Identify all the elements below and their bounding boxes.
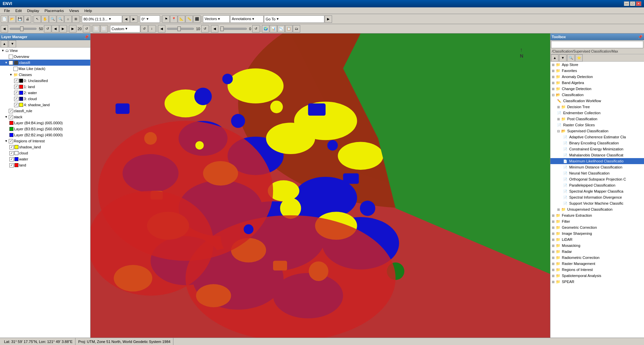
t2-btn3[interactable]: ◀ [52,25,59,32]
toolbox-lidar[interactable]: ⊞ 📁 LiDAR [550,236,644,243]
annotations-dropdown[interactable]: Annotations ▾ [230,15,264,23]
zoom-in-button[interactable]: 🔍 [49,15,56,23]
toolbox-radar[interactable]: ⊞ 📁 Radar [550,249,644,255]
check-class1[interactable]: ✓ [14,85,18,89]
menu-edit[interactable]: Edit [13,8,24,13]
toolbox-decision-tree[interactable]: ⊞ 📁 Decision Tree [550,104,644,110]
toolbox-spear[interactable]: ⊞ 📁 SPEAR [550,279,644,285]
check-roi-shadow[interactable]: ✓ [9,145,14,149]
toolbox-raster-management[interactable]: ⊞ 📁 Raster Management [550,261,644,267]
toolbox-app-store[interactable]: ⊞ 📁 App Store [550,62,644,68]
expand-classifi[interactable]: ▼ [5,61,8,64]
tree-roi-shadow[interactable]: ✓ shadow_land [0,144,90,150]
t2-btn13[interactable]: ◀ [211,25,218,32]
check-class2[interactable]: ✓ [14,91,18,95]
toolbox-supervised[interactable]: ⊟ 📂 Supervised Classification [550,128,644,134]
toolbox-mosaicking[interactable]: ⊞ 📁 Mosaicking [550,243,644,249]
zoom-next-button[interactable]: ▶ [130,15,138,23]
goto-dropdown[interactable]: Go To ▾ [264,15,324,23]
toolbox-nav-down[interactable]: ▼ [559,54,567,62]
toolbox-band-algebra[interactable]: ⊞ 📁 Band Algebra [550,80,644,86]
tree-class1[interactable]: ✓ 1: land [0,84,90,90]
toolbox-radiometric[interactable]: ⊞ 📁 Radiometric Correction [550,255,644,261]
check-class0[interactable]: ✓ [14,79,18,83]
tree-roi-cloud[interactable]: ✓ cloud [0,150,90,156]
check-class4[interactable]: ✓ [14,103,18,107]
zoom-out-button[interactable]: 🔍 [57,15,64,23]
tree-class3[interactable]: ✓ 3: cloud [0,96,90,102]
zoom-prev-button[interactable]: ◀ [122,15,130,23]
toolbox-binary-encoding[interactable]: 📄 Binary Encoding Classification [550,140,644,146]
maximize-button[interactable]: □ [630,1,635,6]
zoom-home-button[interactable]: ⌂ [64,15,72,23]
slider4-thumb[interactable] [220,26,224,31]
toolbox-parallelepiped[interactable]: 📄 Parallelepiped Classification [550,182,644,188]
t2-btn15[interactable]: 🌍 [262,25,269,32]
toolbox-maximum-likelihood[interactable]: 📄 Maximum Likelihood Classificatio [550,158,644,164]
t2-btn6[interactable]: ↺ [83,25,90,32]
expand-roi[interactable]: ▼ [5,139,8,143]
toolbox-nav-btn4[interactable]: ⭐ [575,54,583,62]
minimize-button[interactable]: — [624,1,629,6]
select-button[interactable]: ↖ [34,15,41,23]
open-button[interactable]: 📂 [8,15,16,23]
toolbox-post-classification[interactable]: ⊞ 📁 Post Classification [550,116,644,122]
t2-btn10[interactable]: ↕ [148,25,156,32]
toolbox-minimum-distance[interactable]: 📄 Minimum Distance Classification [550,164,644,170]
toolbox-constrained-energy[interactable]: 📄 Constrained Energy Minimization [550,146,644,152]
tree-view-root[interactable]: ▼ 🗂 View [0,48,90,54]
tree-overview[interactable]: Overview [0,54,90,60]
toolbox-unsupervised[interactable]: ⊞ 📁 Unsupervised Classification [550,206,644,212]
toolbox-classification-workflow[interactable]: ✏️ Classification Workflow [550,98,644,104]
t2-btn8[interactable]: ⬜ [100,25,108,32]
new-button[interactable]: 📄 [1,15,8,23]
menu-display[interactable]: Display [24,8,42,13]
slider1-thumb[interactable] [20,26,23,31]
check-class3[interactable]: ✓ [14,97,18,101]
tree-layer-b3[interactable]: Layer (B3:B3.img) (560.0000) [0,126,90,132]
tree-classfi-rule[interactable]: ✓ classfi_rule [0,108,90,114]
toolbox-raster-color[interactable]: 📄 Raster Color Slices [550,122,644,128]
layer-nav-down[interactable]: ▼ [9,40,16,48]
tree-maxlike[interactable]: Max Like (stack) [0,66,90,72]
toolbox-spectral-info[interactable]: 📄 Spectral Information Divergence [550,194,644,200]
tree-class0[interactable]: ✓ 0: Unclassified [0,78,90,84]
save-button[interactable]: 💾 [16,15,23,23]
check-roi-cloud[interactable]: ✓ [9,151,14,155]
expand-view[interactable]: ▼ [1,49,5,52]
expand-classes[interactable]: ▼ [9,73,13,76]
toolbox-image-sharpening[interactable]: ⊞ 📁 Image Sharpening [550,230,644,236]
toolbox-favorites[interactable]: ⊞ 📁 Favorites [550,68,644,74]
tb-btn-e[interactable]: ⬛ [193,15,201,23]
tree-layer-b4[interactable]: Layer (B4:B4.img) (665.0000) [0,120,90,126]
tree-class2[interactable]: ✓ 2: water [0,90,90,96]
t2-btn2[interactable]: ↺ [44,25,51,32]
tb-btn-b[interactable]: 📍 [170,15,177,23]
t2-btn18[interactable]: 📋 [285,25,292,32]
toolbox-geometric-correction[interactable]: ⊞ 📁 Geometric Correction [550,224,644,230]
toolbox-classification[interactable]: ⊟ 📂 Classification [550,92,644,98]
slider3-thumb[interactable] [177,26,181,31]
check-roi-land[interactable]: ✓ [9,163,14,167]
t2-btn4[interactable]: ▶ [59,25,67,32]
toolbox-mahalanobis[interactable]: 📄 Mahalanobis Distance Classificat [550,152,644,158]
print-button[interactable]: 🖨 [24,15,31,23]
t2-btn1[interactable]: ◀ [1,25,8,32]
tb-btn-c[interactable]: 📐 [178,15,185,23]
tree-layer-b2[interactable]: Layer (B2:B2.img) (490.0000) [0,132,90,138]
tree-classes[interactable]: ▼ 📁 Classes [0,72,90,78]
t2-btn16[interactable]: 📊 [270,25,277,32]
menu-help[interactable]: Help [82,8,95,13]
tree-roi-water[interactable]: ✓ water [0,156,90,162]
tb-btn-a[interactable]: ⚑ [162,15,170,23]
t2-btn14[interactable]: ↺ [252,25,260,32]
t2-btn12[interactable]: ↺ [201,25,209,32]
menu-file[interactable]: File [1,8,13,13]
tree-stack[interactable]: ▼ ✓ stack [0,114,90,120]
t2-btn19[interactable]: 🗂 [293,25,300,32]
toolbox-spectral-angle[interactable]: 📄 Spectral Angle Mapper Classifica [550,188,644,194]
tree-roi-parent[interactable]: ▼ ✓ Regions of Interest [0,138,90,144]
toolbox-anomaly[interactable]: ⊞ 📁 Anomaly Detection [550,74,644,80]
check-roi-water[interactable]: ✓ [9,157,14,161]
toolbox-change-detection[interactable]: ⊞ 📁 Change Detection [550,86,644,92]
